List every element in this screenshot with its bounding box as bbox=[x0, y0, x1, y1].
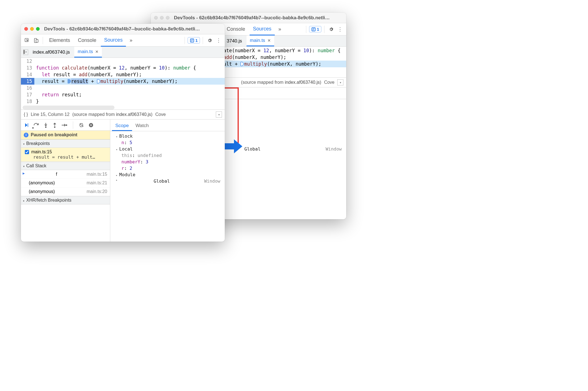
svg-rect-19 bbox=[90, 124, 91, 126]
coverage-label[interactable]: Cove bbox=[155, 112, 166, 117]
arrow-icon bbox=[224, 139, 242, 154]
paused-banner: i Paused on breakpoint bbox=[21, 131, 110, 139]
more-tabs-icon[interactable]: » bbox=[127, 37, 135, 43]
scope-global-group[interactable]: GlobalWindow bbox=[112, 178, 223, 184]
source-map-link[interactable]: index.af063740.js bbox=[285, 80, 320, 85]
scope-body: Block n: 5 Local this: undefined numberY… bbox=[110, 131, 225, 186]
inspect-icon[interactable] bbox=[23, 38, 31, 43]
stack-frame[interactable]: fmain.ts:15 bbox=[21, 170, 110, 179]
execution-line: 15 result = result + multiply(numberX, n… bbox=[21, 78, 225, 85]
status-chevron-icon[interactable]: ▾ bbox=[337, 79, 343, 85]
breakpoint-file: main.ts:15 bbox=[31, 149, 52, 154]
device-toggle-icon[interactable] bbox=[32, 38, 40, 43]
file-tab-main[interactable]: main.ts ✕ bbox=[74, 47, 102, 58]
svg-point-15 bbox=[45, 126, 47, 128]
svg-rect-11 bbox=[191, 41, 192, 41]
editor[interactable]: 12 13function calculate(numberX = 12, nu… bbox=[21, 58, 225, 109]
close-icon[interactable]: ✕ bbox=[267, 38, 271, 43]
devtools-window-left: DevTools - 62c6b934c4b7f676049af4b7--buc… bbox=[21, 24, 225, 242]
svg-rect-12 bbox=[23, 50, 25, 54]
svg-rect-8 bbox=[36, 39, 38, 42]
kebab-icon[interactable]: ⋮ bbox=[215, 37, 223, 44]
svg-rect-13 bbox=[28, 123, 28, 127]
step-over-icon[interactable] bbox=[33, 121, 39, 129]
breakpoints-header[interactable]: Breakpoints bbox=[21, 139, 110, 148]
status-chevron-icon[interactable]: ▾ bbox=[216, 111, 222, 118]
stack-frame[interactable]: (anonymous)main.ts:20 bbox=[21, 187, 110, 196]
traffic-lights bbox=[24, 27, 40, 31]
min-dot[interactable] bbox=[160, 16, 164, 20]
callstack-header[interactable]: Call Stack bbox=[21, 162, 110, 170]
step-into-icon[interactable] bbox=[43, 122, 48, 128]
pause-exceptions-icon[interactable] bbox=[88, 122, 94, 128]
breakpoint-item[interactable]: main.ts:15 result = result + mult… bbox=[21, 148, 110, 162]
window-title: DevTools - 62c6b934c4b7f676049af4b7--buc… bbox=[174, 15, 343, 21]
file-tab-index[interactable]: index.af063740.js bbox=[29, 47, 73, 57]
editor-h-scrollbar[interactable] bbox=[23, 106, 114, 109]
svg-rect-20 bbox=[91, 124, 92, 126]
cursor-position: Line 15, Column 12 bbox=[31, 112, 70, 117]
traffic-lights bbox=[154, 16, 169, 20]
close-dot[interactable] bbox=[24, 27, 28, 31]
svg-point-17 bbox=[66, 124, 67, 126]
tab-console[interactable]: Console bbox=[223, 23, 248, 35]
issue-count: 1 bbox=[317, 27, 319, 32]
issue-count: 1 bbox=[195, 38, 198, 43]
max-dot[interactable] bbox=[36, 27, 40, 31]
issues-badge[interactable]: 1 bbox=[309, 26, 321, 32]
svg-rect-1 bbox=[313, 28, 314, 29]
resume-icon[interactable] bbox=[24, 122, 29, 128]
status-bar: { } Line 15, Column 12 (source mapped fr… bbox=[21, 109, 225, 120]
stack-frame[interactable]: (anonymous)main.ts:21 bbox=[21, 179, 110, 187]
debugger-panel: i Paused on breakpoint Breakpoints main.… bbox=[21, 120, 225, 242]
file-tab-main[interactable]: main.ts ✕ bbox=[247, 35, 274, 46]
debugger-left-pane: i Paused on breakpoint Breakpoints main.… bbox=[21, 120, 110, 242]
title-bar: DevTools - 62c6b934c4b7f676049af4b7--buc… bbox=[21, 24, 225, 34]
tab-watch[interactable]: Watch bbox=[132, 121, 152, 131]
svg-point-14 bbox=[32, 127, 34, 128]
xhr-breakpoints-header[interactable]: XHR/fetch Breakpoints bbox=[21, 196, 110, 204]
close-dot[interactable] bbox=[154, 16, 158, 20]
file-tab-index[interactable]: 3740.js bbox=[223, 36, 245, 46]
svg-point-18 bbox=[89, 123, 93, 127]
mapped-from-label: (source mapped from index.af063740.js) bbox=[72, 112, 152, 117]
step-out-icon[interactable] bbox=[52, 122, 57, 128]
max-dot[interactable] bbox=[166, 16, 169, 20]
svg-rect-10 bbox=[191, 40, 193, 40]
debug-controls bbox=[21, 120, 110, 131]
svg-rect-0 bbox=[312, 28, 315, 31]
tab-sources[interactable]: Sources bbox=[101, 34, 126, 47]
info-icon: i bbox=[24, 133, 28, 137]
tab-sources[interactable]: Sources bbox=[250, 23, 275, 35]
breakpoint-code: result = result + mult… bbox=[25, 154, 107, 160]
step-icon[interactable] bbox=[61, 123, 67, 128]
title-bar: DevTools - 62c6b934c4b7f676049af4b7--buc… bbox=[151, 13, 346, 23]
scope-block-group[interactable]: Block bbox=[112, 133, 223, 139]
scope-module-group[interactable]: Module bbox=[112, 171, 223, 178]
coverage-label[interactable]: Cove bbox=[324, 80, 334, 85]
kebab-icon[interactable]: ⋮ bbox=[336, 26, 344, 32]
close-icon[interactable]: ✕ bbox=[95, 49, 99, 54]
svg-point-16 bbox=[54, 126, 56, 128]
gear-icon[interactable] bbox=[206, 38, 214, 43]
window-title: DevTools - 62c6b934c4b7f676049af4b7--buc… bbox=[44, 26, 221, 32]
tab-console[interactable]: Console bbox=[75, 35, 100, 46]
svg-rect-2 bbox=[313, 30, 314, 30]
file-tabs[interactable]: index.af063740.js main.ts ✕ bbox=[21, 47, 225, 58]
source-map-link[interactable]: index.af063740.js bbox=[116, 112, 151, 117]
svg-rect-9 bbox=[190, 39, 194, 42]
deactivate-bp-icon[interactable] bbox=[79, 122, 84, 128]
scope-local-group[interactable]: Local bbox=[112, 146, 223, 152]
scope-panel: Scope Watch Block n: 5 Local this: undef… bbox=[110, 120, 225, 242]
issues-badge[interactable]: 1 bbox=[188, 37, 200, 44]
panel-tabs[interactable]: Elements Console Sources » 1 ⋮ bbox=[21, 34, 225, 47]
tab-scope[interactable]: Scope bbox=[112, 121, 132, 131]
more-tabs-icon[interactable]: » bbox=[276, 26, 284, 32]
mapped-from-label: (source mapped from index.af063740.js) bbox=[241, 80, 321, 85]
pretty-print-icon[interactable]: { } bbox=[24, 112, 28, 117]
tab-elements[interactable]: Elements bbox=[46, 35, 73, 46]
breakpoint-checkbox[interactable] bbox=[25, 150, 29, 154]
gear-icon[interactable] bbox=[327, 27, 335, 32]
navigator-toggle-icon[interactable] bbox=[23, 49, 28, 55]
min-dot[interactable] bbox=[30, 27, 34, 31]
